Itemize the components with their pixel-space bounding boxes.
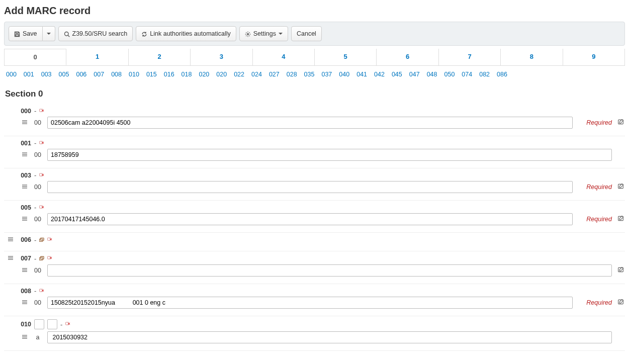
- repeat-field-icon[interactable]: [39, 255, 44, 262]
- tab-section-5[interactable]: 5: [315, 49, 377, 65]
- tab-section-0[interactable]: 0: [5, 49, 66, 65]
- subfield-input[interactable]: [47, 264, 612, 277]
- tag-number[interactable]: 006: [17, 236, 31, 243]
- delete-field-icon[interactable]: [39, 108, 44, 114]
- field-dash: -: [34, 236, 36, 244]
- delete-field-icon[interactable]: [65, 321, 70, 327]
- subfield-code: a: [32, 334, 43, 341]
- tag-link-028[interactable]: 028: [287, 71, 297, 78]
- z3950-search-button[interactable]: Z39.50/SRU search: [58, 26, 133, 41]
- field-dash: -: [60, 321, 62, 328]
- tag-link-035[interactable]: 035: [304, 71, 315, 78]
- tag-link-074[interactable]: 074: [462, 71, 472, 78]
- tag-editor-icon[interactable]: [616, 266, 625, 275]
- top-toolbar: Save Z39.50/SRU search Link authorities …: [4, 22, 625, 46]
- tag-link-045[interactable]: 045: [392, 71, 402, 78]
- tag-link-024[interactable]: 024: [251, 71, 262, 78]
- tab-section-2[interactable]: 2: [129, 49, 191, 65]
- tag-link-001[interactable]: 001: [24, 71, 34, 78]
- tag-link-007[interactable]: 007: [94, 71, 104, 78]
- delete-field-icon[interactable]: [39, 172, 44, 178]
- tag-link-022[interactable]: 022: [234, 71, 244, 78]
- tag-link-086[interactable]: 086: [497, 71, 507, 78]
- delete-field-icon[interactable]: [39, 205, 44, 211]
- subfield-input[interactable]: [47, 181, 573, 193]
- refresh-icon: [141, 29, 147, 38]
- cancel-label: Cancel: [297, 29, 316, 38]
- z3950-button-label: Z39.50/SRU search: [72, 29, 128, 38]
- subfield-input[interactable]: [47, 331, 612, 343]
- link-authorities-button[interactable]: Link authorities automatically: [136, 26, 236, 41]
- tag-number[interactable]: 000: [17, 108, 31, 115]
- svg-line-2: [68, 35, 69, 37]
- cancel-button[interactable]: Cancel: [291, 26, 322, 41]
- tag-link-016[interactable]: 016: [164, 71, 174, 78]
- tag-link-018[interactable]: 018: [182, 71, 192, 78]
- subfield-code: 00: [32, 119, 43, 126]
- gear-icon: [245, 29, 251, 38]
- tab-section-9[interactable]: 9: [563, 49, 624, 65]
- subfield-move-icon[interactable]: [21, 151, 28, 159]
- tab-section-6[interactable]: 6: [377, 49, 438, 65]
- subfield-input[interactable]: [47, 149, 612, 161]
- tag-editor-icon[interactable]: [616, 119, 625, 127]
- tag-link-003[interactable]: 003: [41, 71, 52, 78]
- tag-link-008[interactable]: 008: [111, 71, 122, 78]
- tab-section-7[interactable]: 7: [439, 49, 501, 65]
- tag-link-082[interactable]: 082: [479, 71, 490, 78]
- tab-section-3[interactable]: 3: [191, 49, 252, 65]
- tag-link-042[interactable]: 042: [374, 71, 385, 78]
- tag-link-010[interactable]: 010: [129, 71, 139, 78]
- subfield-input[interactable]: [47, 117, 573, 129]
- tab-section-4[interactable]: 4: [253, 49, 315, 65]
- move-handle-icon[interactable]: [7, 236, 14, 244]
- subfield-move-icon[interactable]: [21, 299, 28, 307]
- repeat-field-icon[interactable]: [39, 236, 44, 244]
- tag-link-050[interactable]: 050: [444, 71, 455, 78]
- tag-link-006[interactable]: 006: [76, 71, 86, 78]
- delete-field-icon[interactable]: [47, 237, 52, 243]
- tag-link-020[interactable]: 020: [199, 71, 209, 78]
- delete-field-icon[interactable]: [39, 140, 44, 146]
- tag-link-040[interactable]: 040: [339, 71, 349, 78]
- tag-link-041[interactable]: 041: [356, 71, 367, 78]
- tag-number[interactable]: 005: [17, 204, 31, 211]
- move-handle-icon[interactable]: [7, 254, 14, 262]
- settings-button[interactable]: Settings: [239, 26, 288, 41]
- save-button[interactable]: Save: [9, 26, 43, 41]
- tag-editor-icon[interactable]: [616, 215, 625, 223]
- subfield-move-icon[interactable]: [21, 267, 28, 275]
- tag-link-005[interactable]: 005: [59, 71, 69, 78]
- tag-link-027[interactable]: 027: [269, 71, 280, 78]
- tag-number[interactable]: 003: [17, 172, 31, 179]
- subfield-input[interactable]: [47, 213, 573, 225]
- tag-number[interactable]: 010: [17, 321, 31, 328]
- tag-link-037[interactable]: 037: [321, 71, 332, 78]
- indicator-2[interactable]: [47, 319, 57, 329]
- subfield-input[interactable]: [47, 297, 573, 309]
- tab-section-8[interactable]: 8: [501, 49, 563, 65]
- tag-link-015[interactable]: 015: [146, 71, 157, 78]
- chevron-down-icon: [279, 33, 283, 35]
- tag-editor-icon[interactable]: [616, 299, 625, 307]
- delete-field-icon[interactable]: [47, 255, 52, 261]
- subfield-code: 00: [32, 299, 43, 306]
- subfield-move-icon[interactable]: [21, 216, 28, 223]
- indicator-1[interactable]: [34, 319, 44, 329]
- tag-number[interactable]: 001: [17, 140, 31, 147]
- save-button-label: Save: [23, 29, 37, 38]
- subfield-move-icon[interactable]: [21, 119, 28, 127]
- save-dropdown-toggle[interactable]: [43, 26, 55, 41]
- subfield-move-icon[interactable]: [21, 334, 28, 341]
- tag-link-048[interactable]: 048: [427, 71, 437, 78]
- tab-section-1[interactable]: 1: [66, 49, 128, 65]
- subfield-move-icon[interactable]: [21, 184, 28, 191]
- tag-link-047[interactable]: 047: [409, 71, 420, 78]
- tag-link-000[interactable]: 000: [6, 71, 17, 78]
- delete-field-icon[interactable]: [39, 288, 44, 294]
- field-dash: -: [34, 287, 36, 295]
- tag-number[interactable]: 007: [17, 255, 31, 262]
- tag-editor-icon[interactable]: [616, 183, 625, 191]
- tag-number[interactable]: 008: [17, 288, 31, 295]
- tag-link-020[interactable]: 020: [216, 71, 227, 78]
